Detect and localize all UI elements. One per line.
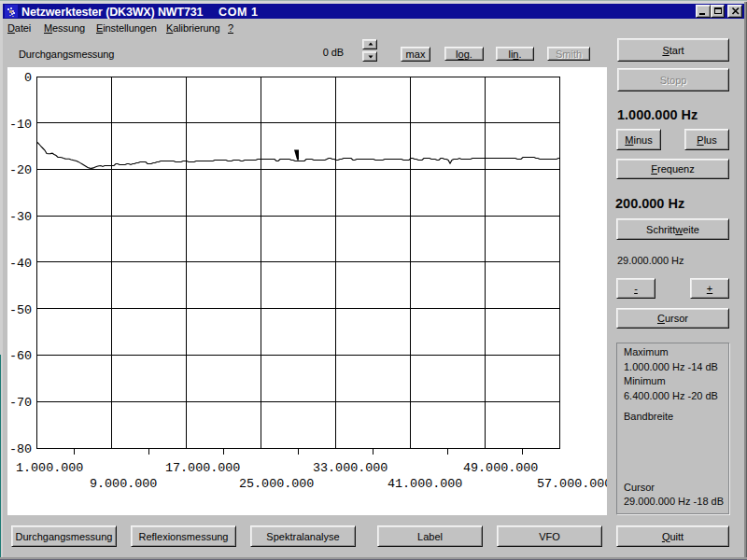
svg-text:41.000.000: 41.000.000	[388, 477, 462, 491]
svg-text:-80: -80	[9, 442, 32, 456]
svg-text:9.000.000: 9.000.000	[90, 477, 157, 491]
svg-text:17.000.000: 17.000.000	[165, 461, 240, 475]
svg-text:-20: -20	[9, 163, 32, 177]
svg-text:25.000.000: 25.000.000	[239, 477, 314, 491]
svg-text:57.000.000: 57.000.000	[537, 477, 607, 491]
svg-text:-50: -50	[9, 303, 32, 317]
svg-text:-40: -40	[9, 257, 32, 271]
svg-text:33.000.000: 33.000.000	[313, 461, 388, 475]
svg-text:1.000.000: 1.000.000	[16, 461, 83, 475]
svg-text:-60: -60	[9, 349, 32, 363]
svg-text:0: 0	[24, 71, 32, 85]
svg-text:-70: -70	[9, 396, 32, 410]
svg-text:-10: -10	[9, 118, 32, 132]
svg-text:49.000.000: 49.000.000	[463, 461, 538, 475]
svg-text:-30: -30	[9, 210, 32, 224]
